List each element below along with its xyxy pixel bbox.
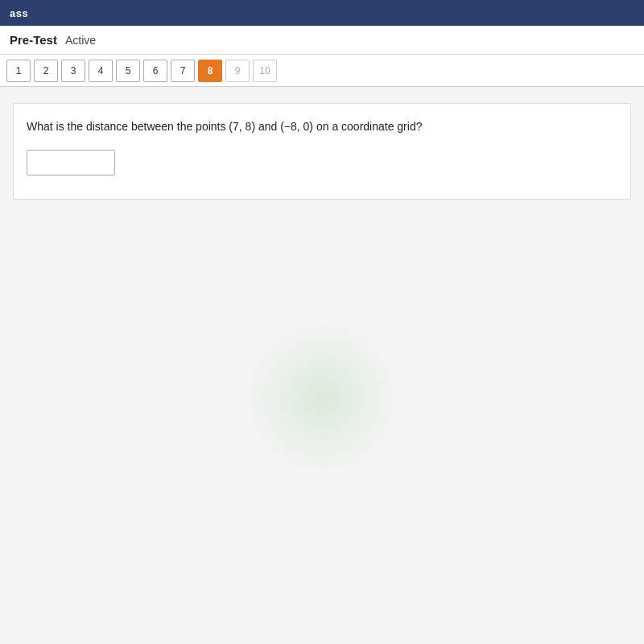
question-number-9: 9 bbox=[225, 60, 250, 82]
pre-test-label: Pre-Test bbox=[10, 33, 57, 47]
top-bar-title: ass bbox=[10, 7, 28, 19]
question-text: What is the distance between the points … bbox=[27, 118, 617, 135]
question-number-10: 10 bbox=[253, 60, 277, 82]
question-number-3[interactable]: 3 bbox=[61, 60, 85, 82]
question-number-2[interactable]: 2 bbox=[34, 60, 58, 82]
question-number-6[interactable]: 6 bbox=[143, 60, 167, 82]
question-number-7[interactable]: 7 bbox=[171, 60, 195, 82]
watermark bbox=[242, 317, 402, 478]
question-number-4[interactable]: 4 bbox=[89, 60, 113, 82]
question-number-5[interactable]: 5 bbox=[116, 60, 140, 82]
top-bar: ass bbox=[0, 0, 644, 26]
question-number-8[interactable]: 8 bbox=[198, 60, 222, 82]
answer-input[interactable] bbox=[27, 150, 115, 175]
main-content: What is the distance between the points … bbox=[0, 87, 644, 644]
question-card: What is the distance between the points … bbox=[13, 103, 631, 200]
active-label: Active bbox=[65, 34, 96, 47]
sub-header: Pre-Test Active bbox=[0, 26, 644, 55]
question-number-1[interactable]: 1 bbox=[6, 60, 31, 82]
questions-bar: 12345678910 bbox=[0, 55, 644, 87]
